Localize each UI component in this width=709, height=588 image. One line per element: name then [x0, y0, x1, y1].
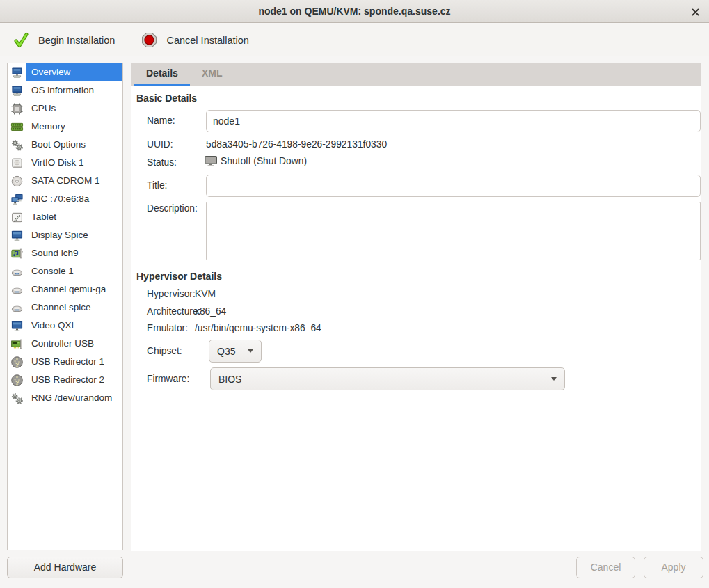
sidebar-item-label: Boot Options [26, 136, 122, 154]
sound-icon [8, 244, 26, 262]
sidebar-item-os-information[interactable]: OS information [8, 81, 122, 100]
sidebar-item-label: CPUs [26, 100, 122, 118]
chevron-down-icon [248, 349, 253, 353]
sidebar-item-label: Memory [26, 118, 122, 136]
cancel-label: Cancel [591, 562, 621, 573]
sidebar-item-label: Overview [26, 63, 122, 81]
sidebar-item-label: USB Redirector 1 [26, 353, 122, 371]
sidebar-item-usb-redirector-2[interactable]: USB Redirector 2 [8, 371, 122, 389]
firmware-value: BIOS [218, 374, 241, 385]
title-input[interactable] [206, 175, 701, 197]
usb-icon [8, 353, 26, 371]
add-hardware-button[interactable]: Add Hardware [7, 557, 123, 578]
cancel-installation-button[interactable]: Cancel Installation [136, 28, 255, 52]
uuid-label: UUID: [147, 139, 173, 150]
sidebar-item-label: SATA CDROM 1 [26, 172, 122, 190]
sidebar-item-tablet[interactable]: Tablet [8, 208, 122, 226]
network-icon [8, 190, 26, 208]
sidebar-item-label: RNG /dev/urandom [26, 389, 122, 407]
tabbar: Details XML [131, 63, 701, 86]
cpu-icon [8, 100, 26, 118]
sidebar-item-sata-cdrom-1[interactable]: SATA CDROM 1 [8, 172, 122, 190]
sidebar-item-channel-qemu-ga[interactable]: Channel qemu-ga [8, 280, 122, 299]
apply-button[interactable]: Apply [644, 557, 703, 578]
architecture-label: Architecture: [147, 306, 200, 317]
titlebar: node1 on QEMU/KVM: sponde.qa.suse.cz [0, 0, 709, 23]
sidebar-item-nic-70-e6-8a[interactable]: NIC :70:e6:8a [8, 190, 122, 208]
shutoff-monitor-icon [204, 154, 218, 168]
sidebar-item-console-1[interactable]: Console 1 [8, 262, 122, 280]
hypervisor-details-header: Hypervisor Details [136, 271, 222, 282]
memory-icon [8, 118, 26, 136]
cdrom-icon [8, 172, 26, 190]
sidebar-item-label: Display Spice [26, 226, 122, 244]
pci-card-icon [8, 335, 26, 353]
sidebar-item-sound-ich9[interactable]: Sound ich9 [8, 244, 122, 262]
sidebar-item-rng-dev-urandom[interactable]: RNG /dev/urandom [8, 389, 122, 407]
usb-icon [8, 371, 26, 389]
sidebar-item-label: Sound ich9 [26, 244, 122, 262]
sidebar-item-video-qxl[interactable]: Video QXL [8, 317, 122, 335]
close-icon [691, 8, 700, 17]
basic-details-header: Basic Details [136, 93, 197, 104]
sidebar-item-label: VirtIO Disk 1 [26, 154, 122, 172]
stop-icon [141, 32, 157, 48]
sidebar-item-boot-options[interactable]: Boot Options [8, 136, 122, 154]
sidebar-item-memory[interactable]: Memory [8, 118, 122, 136]
emulator-label: Emulator: [147, 323, 188, 333]
begin-installation-button[interactable]: Begin Installation [7, 28, 120, 53]
add-hardware-label: Add Hardware [34, 562, 97, 573]
sidebar-item-virtio-disk-1[interactable]: VirtIO Disk 1 [8, 154, 122, 172]
tab-details[interactable]: Details [134, 63, 190, 86]
serial-device-icon [8, 280, 26, 299]
name-label: Name: [147, 116, 175, 126]
apply-label: Apply [661, 562, 685, 573]
sidebar-item-overview[interactable]: Overview [8, 63, 122, 81]
uuid-value: 5d8a3405-b726-4198-9e26-2992131f0330 [206, 139, 387, 150]
begin-installation-label: Begin Installation [38, 35, 115, 46]
description-textarea[interactable] [206, 202, 701, 260]
chipset-label: Chipset: [147, 346, 182, 356]
sidebar-item-label: Channel spice [26, 299, 122, 317]
name-input[interactable] [206, 110, 701, 132]
sidebar-item-display-spice[interactable]: Display Spice [8, 226, 122, 244]
tablet-icon [8, 208, 26, 226]
architecture-value: x86_64 [195, 306, 226, 317]
title-label: Title: [147, 180, 167, 191]
sidebar-item-controller-usb[interactable]: Controller USB [8, 335, 122, 353]
gears-icon [8, 389, 26, 407]
sidebar-item-label: USB Redirector 2 [26, 371, 122, 389]
sidebar-item-label: NIC :70:e6:8a [26, 190, 122, 208]
computer-icon [8, 63, 26, 81]
close-button[interactable] [687, 3, 703, 20]
computer-icon [8, 81, 26, 100]
sidebar-item-label: Channel qemu-ga [26, 280, 122, 299]
hypervisor-label: Hypervisor: [147, 289, 196, 299]
emulator-value: /usr/bin/qemu-system-x86_64 [195, 323, 321, 333]
sidebar-item-label: Console 1 [26, 262, 122, 280]
disk-icon [8, 154, 26, 172]
sidebar-item-cpus[interactable]: CPUs [8, 100, 122, 118]
details-panel: Basic Details Name: UUID: 5d8a3405-b726-… [131, 86, 701, 551]
sidebar-item-label: OS information [26, 81, 122, 100]
cancel-installation-label: Cancel Installation [166, 35, 249, 46]
toolbar: Begin Installation Cancel Installation [0, 24, 709, 56]
window-title: node1 on QEMU/KVM: sponde.qa.suse.cz [0, 0, 709, 23]
status-value: Shutoff (Shut Down) [221, 156, 307, 166]
firmware-dropdown[interactable]: BIOS [210, 367, 565, 390]
sidebar-item-usb-redirector-1[interactable]: USB Redirector 1 [8, 353, 122, 371]
serial-device-icon [8, 262, 26, 280]
chipset-dropdown[interactable]: Q35 [209, 340, 262, 363]
tab-xml[interactable]: XML [190, 63, 234, 86]
sidebar-item-label: Video QXL [26, 317, 122, 335]
chevron-down-icon [551, 377, 557, 381]
monitor-icon [8, 317, 26, 335]
green-check-icon [13, 32, 29, 49]
firmware-label: Firmware: [147, 374, 189, 384]
cancel-button[interactable]: Cancel [576, 557, 635, 578]
sidebar-list: OverviewOS informationCPUsMemoryBoot Opt… [7, 63, 123, 550]
description-label: Description: [147, 203, 198, 214]
monitor-icon [8, 226, 26, 244]
sidebar-item-channel-spice[interactable]: Channel spice [8, 299, 122, 317]
status-label: Status: [147, 157, 177, 168]
